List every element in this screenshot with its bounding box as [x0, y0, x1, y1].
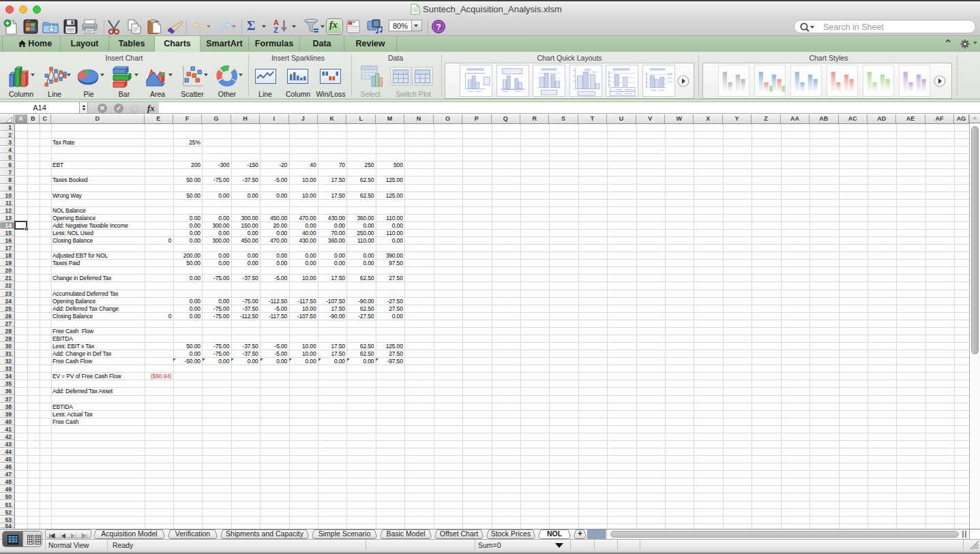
svg-text:Shipments and Capacity: Shipments and Capacity	[226, 529, 304, 538]
svg-text:?: ?	[436, 22, 441, 32]
svg-text:Verification: Verification	[175, 529, 211, 538]
svg-text:NOL: NOL	[547, 529, 563, 538]
svg-text:Stock Prices: Stock Prices	[491, 529, 531, 538]
svg-text:Offset Chart: Offset Chart	[440, 529, 478, 538]
svg-text:Acquisition Model: Acquisition Model	[101, 529, 157, 538]
svg-text:Z: Z	[273, 26, 278, 34]
svg-text:Basic Model: Basic Model	[386, 529, 425, 538]
svg-text:Simple Scenario: Simple Scenario	[318, 529, 371, 538]
svg-text:+: +	[578, 529, 582, 538]
